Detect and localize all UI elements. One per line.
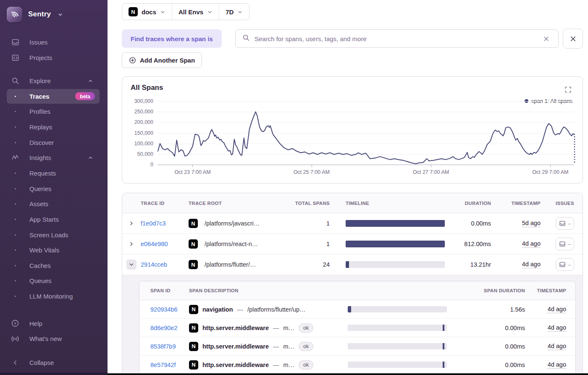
span-description-cell: Nhttp.server.middleware—m…ok [189, 342, 348, 351]
sidebar-item-help[interactable]: ? Help [0, 316, 108, 331]
trace-root-text: /platforms/react-n… [205, 241, 258, 247]
span-duration-value: 1.56s [458, 306, 529, 313]
sidebar-item-traces[interactable]: Tracesbeta [0, 89, 108, 104]
trace-table-header: TRACE ID TRACE ROOT TOTAL SPANS TIMELINE… [122, 193, 583, 213]
date-range-selector[interactable]: 7D [219, 4, 249, 20]
span-id-link[interactable]: 8d6e90e2 [150, 325, 178, 331]
sidebar-item-llm-monitoring[interactable]: LLM Monitoring [0, 288, 108, 304]
sidebar-item-label: Traces [29, 93, 50, 100]
sidebar-item-web-vitals[interactable]: Web Vitals [0, 242, 108, 258]
sidebar-item-queues[interactable]: Queues [0, 273, 108, 289]
span-timeline-cell [348, 325, 458, 331]
bullet-icon [11, 126, 19, 128]
sidebar-item-label: Web Vitals [29, 247, 59, 254]
span-id-link[interactable]: 920934b6 [150, 306, 178, 313]
span-description-cell: Nnavigation—/platforms/flutter/up… [189, 305, 348, 314]
separator: — [273, 343, 279, 350]
span-id-cell: 8d6e90e2 [139, 325, 189, 331]
issues-button[interactable]: – [556, 217, 574, 230]
status-badge: ok [299, 360, 313, 370]
duration-value: 812.00ms [449, 241, 499, 247]
pulse-icon [11, 154, 19, 162]
trace-id-link[interactable]: f1e0d7c3 [141, 220, 189, 227]
col-duration: DURATION [449, 201, 499, 206]
sidebar-item-replays[interactable]: Replays [0, 119, 108, 135]
bullet-icon [11, 111, 19, 112]
environment-selector-label: All Envs [178, 8, 203, 16]
bullet-icon [11, 203, 19, 205]
chevron-up-icon [88, 155, 93, 160]
span-row[interactable]: 8e57942fNhttp.server.middleware—m…ok0.00… [139, 356, 575, 374]
span-row[interactable]: 920934b6Nnavigation—/platforms/flutter/u… [139, 300, 575, 319]
remove-span-filter-button[interactable] [563, 29, 583, 49]
span-id-link[interactable]: 8e57942f [150, 362, 176, 368]
sidebar-item-label: Caches [29, 262, 51, 269]
span-timeline-segment [443, 362, 444, 368]
col-span-timestamp: TIMESTAMP [529, 288, 576, 293]
search-icon [11, 77, 19, 85]
sidebar-item-whats-new[interactable]: What's new [0, 331, 108, 347]
sidebar-collapse-button[interactable]: Collapse [0, 355, 108, 370]
trace-id-link[interactable]: e064e980 [141, 241, 189, 247]
span-description-cell: Nhttp.server.middleware—m…ok [189, 323, 348, 333]
environment-selector[interactable]: All Envs [172, 4, 219, 20]
svg-text:?: ? [14, 321, 16, 326]
collapse-row-button[interactable] [122, 260, 141, 270]
trace-row[interactable]: 2914ccebN/platforms/flutter/…2413.21hr4d… [122, 254, 583, 275]
nextjs-icon: N [189, 260, 198, 269]
bullet-icon [11, 96, 19, 97]
timeline-bar [346, 220, 445, 227]
sidebar-section-explore[interactable]: Explore [0, 73, 108, 89]
span-duration-value: 0.00ms [458, 343, 529, 350]
sidebar-item-screen-loads[interactable]: Screen Loads [0, 227, 108, 243]
col-timestamp: TIMESTAMP [499, 201, 546, 206]
span-row[interactable]: 8538f7b9Nhttp.server.middleware—m…ok0.00… [139, 337, 575, 356]
sidebar-item-projects[interactable]: Projects [0, 50, 108, 66]
timestamp-value: 5d ago [522, 220, 541, 227]
expand-row-button[interactable] [122, 220, 141, 226]
sidebar-item-requests[interactable]: Requests [0, 165, 108, 181]
span-timeline-cell [348, 343, 458, 349]
expand-row-button[interactable] [122, 241, 141, 247]
sidebar-item-queries[interactable]: Queries [0, 181, 108, 197]
sidebar-item-issues[interactable]: Issues [0, 34, 108, 50]
expand-chart-icon[interactable] [564, 86, 572, 93]
trace-id-link[interactable]: 2914cceb [141, 261, 189, 268]
search-input[interactable] [255, 35, 536, 42]
span-timeline-cell [348, 306, 458, 312]
span-timeline-segment [443, 343, 444, 349]
sidebar-item-caches[interactable]: Caches [0, 258, 108, 273]
project-selector[interactable]: N docs [122, 4, 172, 20]
issues-icon [11, 38, 19, 46]
sidebar-section-insights[interactable]: Insights [0, 150, 108, 165]
bullet-icon [11, 219, 19, 220]
timestamp-value: 4d ago [548, 361, 566, 369]
trace-row[interactable]: e064e980N/platforms/react-n…1812.00ms4d … [122, 234, 583, 254]
span-timeline-bar [348, 325, 447, 331]
beta-badge: beta [75, 92, 95, 100]
y-axis-label: 100,000 [122, 141, 153, 147]
issues-button[interactable]: – [556, 258, 574, 271]
issues-button[interactable]: – [556, 238, 574, 250]
org-switcher[interactable]: Sentry [7, 6, 102, 23]
timestamp-value: 4d ago [548, 324, 566, 332]
bullet-icon [11, 188, 19, 189]
span-row[interactable]: 8d6e90e2Nhttp.server.middleware—m…ok0.00… [139, 319, 575, 337]
no-issues-dash: – [568, 241, 571, 247]
sidebar-item-label: Help [29, 320, 42, 327]
span-id-link[interactable]: 8538f7b9 [150, 343, 176, 350]
sidebar-item-label: Queries [29, 185, 52, 192]
sidebar-item-assets[interactable]: Assets [0, 197, 108, 212]
span-op: http.server.middleware [202, 325, 269, 331]
sidebar-item-profiles[interactable]: Profiles [0, 104, 108, 120]
sidebar: Sentry Issues Projects [0, 0, 108, 375]
span-condition-label[interactable]: Find traces where a span is [122, 29, 222, 48]
add-another-span-button[interactable]: Add Another Span [122, 52, 202, 68]
span-timestamp-cell: 4d ago [529, 361, 576, 369]
clear-search-icon[interactable] [541, 34, 551, 44]
sidebar-item-discover[interactable]: Discover [0, 135, 108, 150]
sidebar-item-app-starts[interactable]: App Starts [0, 212, 108, 227]
trace-row[interactable]: f1e0d7c3N/platforms/javascri…10.00ms5d a… [122, 213, 583, 234]
sidebar-item-label: Assets [29, 200, 48, 207]
x-axis-line [158, 165, 574, 165]
